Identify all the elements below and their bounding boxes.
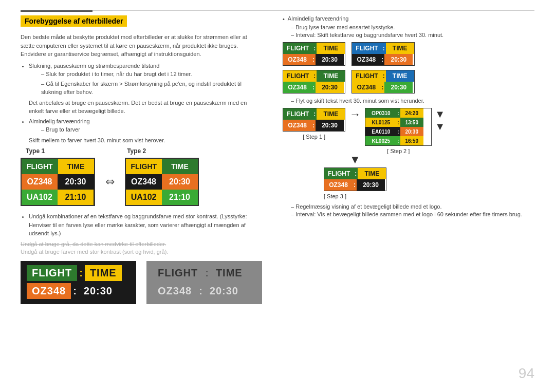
bottom-board-1: FLIGHT : TIME OZ348 : 20:30 [21,261,136,304]
step1-board: FLIGHT : TIME OZ348 : 20:30 [283,108,345,132]
top-rule-line [21,10,534,11]
step2-sep2: : [396,118,400,127]
step3-label: [ Step 3 ] [324,193,346,199]
step3-d-time: 20:30 [357,179,385,191]
bottom-board-2-data: OZ348 : 20:30 [153,283,256,299]
step2-2030: 20:30 [400,127,423,136]
sb-yg-h-flight: FLIGHT [283,70,312,82]
step3-header: FLIGHT : TIME [324,168,386,179]
step3-d-oz: OZ348 [324,179,353,191]
sb-yellow-green: FLIGHT : TIME OZ348 : 20:30 [283,70,345,94]
section-heading: Forebyggelse af efterbilleder [21,15,127,27]
sb-by-header: FLIGHT : TIME [352,43,414,54]
sb-gy-data: OZ348 : 20:30 [283,54,345,65]
sb-yg-d-oz: OZ348 [283,82,311,93]
bottom-board-1-data: OZ348 : 20:30 [27,283,130,299]
sb-yg-header: FLIGHT : TIME [283,70,345,82]
bottom-board-2-sep-h: : [203,265,211,281]
step3-d-sep: : [353,179,357,191]
step1-d-oz: OZ348 [283,120,311,131]
type2-header-time: TIME [162,159,198,174]
sb-yg-h-time: TIME [317,70,345,82]
type2-2030: 20:30 [162,174,198,190]
step1-h-time: TIME [317,108,345,120]
sb-yb-h-sep: : [382,70,386,82]
extra-text-2: Skift mellem to farver hvert 30. minut s… [29,137,165,143]
sb-by-h-flight: FLIGHT [352,43,381,54]
left-column: Forebyggelse af efterbilleder Den bedste… [21,15,278,377]
bottom-board-2-sep-d: : [197,283,205,299]
sb-yg-d-sep: : [311,82,316,93]
step3-h-time: TIME [358,168,386,179]
type2-header-flight: FLIGHT [126,159,162,174]
sb-by-d-sep: : [380,54,384,65]
step2-row1: OP0310 : 24:20 [365,108,431,118]
sb-by-h-sep: : [382,43,386,54]
type-labels: Type 1 Type 2 [26,147,262,155]
sb-yb-header: FLIGHT : TIME [352,70,414,82]
bottom-board-2-oz348: OZ348 [153,283,197,299]
dash-item-3: Brug to farver [41,125,262,134]
type1-ua102: UA102 [22,190,58,205]
sb-gy-h-sep: : [312,43,317,54]
step2-label: [ Step 2 ] [387,148,410,154]
type1-header-flight: FLIGHT [22,159,58,174]
step1-h-flight: FLIGHT [283,108,312,120]
sb-gy-h-flight: FLIGHT [283,43,312,54]
sb-yellow-blue: FLIGHT : TIME OZ348 : 20:30 [351,70,414,94]
sb-gy-header: FLIGHT : TIME [283,43,345,54]
sb-yb-data: OZ348 : 20:30 [352,82,414,93]
bullet-item-2: Almindelig farveændring Brug to farver S… [29,117,262,145]
step2-sep1: : [396,108,400,118]
type1-2030: 20:30 [58,174,94,190]
step2-1650: 16:50 [400,136,423,145]
type2-2110: 21:10 [162,190,198,205]
boards-row-1: FLIGHT : TIME OZ348 : 20:30 FLIGHT : TIM… [283,42,534,66]
sb-yg-data: OZ348 : 20:30 [283,82,345,93]
step3-h-flight: FLIGHT [324,168,354,179]
bottom-board-1-header: FLIGHT : TIME [27,265,130,281]
warning-item: Undgå kombinationer af en tekstfarve og … [29,212,262,238]
step2-sep3: : [396,127,400,136]
step1-d-sep: : [311,120,316,131]
bullet-item-1: Slukning, pauseskærm og strømbesparende … [29,62,262,116]
type1-2110: 21:10 [58,190,94,205]
step2-ea0110: EA0110 [365,127,396,136]
bottom-board-1-inner: FLIGHT : TIME OZ348 : 20:30 [21,261,136,304]
step2-row3: EA0110 : 20:30 [365,127,431,136]
sb-by-h-time: TIME [386,43,414,54]
boards-row-2: FLIGHT : TIME OZ348 : 20:30 FLIGHT : TIM… [283,70,534,94]
bullet-list-1: Slukning, pauseskærm og strømbesparende … [29,62,262,145]
bottom-board-1-sep-h: : [77,265,85,281]
type2-flight-board: FLIGHT TIME OZ348 20:30 UA102 21:10 [125,158,199,206]
type1-flight-board: FLIGHT TIME OZ348 20:30 UA102 21:10 [21,158,95,206]
dash-list-1: Sluk for produktet i to timer, når du ha… [41,70,262,97]
right-dash-4: Regelmæssig visning af et bevægeligt bil… [291,203,534,210]
type1-header-row: FLIGHT TIME [22,159,94,174]
type2-ua102: UA102 [126,190,162,205]
step3-data: OZ348 : 20:30 [324,179,386,191]
sb-yg-d-time: 20:30 [316,82,344,93]
bottom-board-2-header-flight: FLIGHT [153,265,203,281]
right-bullet-1: • Almindelig farveændring [283,15,534,22]
right-dash-3: Flyt og skift tekst hvert 30. minut som … [291,98,534,104]
step1-col: FLIGHT : TIME OZ348 : 20:30 [ Step 1 ] [283,108,345,140]
top-rule-accent [21,10,92,12]
step1-header: FLIGHT : TIME [283,108,345,120]
right-dash-2: Interval: Skift tekstfarve og baggrundsf… [291,32,534,38]
arrow-down-step3-icon: ▼ [349,153,534,166]
swap-arrow-icon: ⇔ [105,175,115,189]
bottom-board-2-header-time: TIME [211,265,248,281]
step2-row4: KL0025 : 16:50 [365,136,431,145]
step3-h-sep: : [354,168,358,179]
warning-list: Undgå kombinationer af en tekstfarve og … [29,212,262,238]
step2-2420: 24:20 [400,108,423,118]
bottom-board-2-2030: 20:30 [205,283,244,299]
bottom-board-1-sep-d: : [71,283,79,299]
intro-text: Den bedste måde at beskytte produktet mo… [21,33,262,59]
sb-yb-d-sep: : [380,82,384,93]
type1-label: Type 1 [26,147,45,155]
type2-data-row2: UA102 21:10 [126,190,198,205]
step2-row2: KL0125 : 13:50 [365,118,431,127]
sb-yb-h-flight: FLIGHT [352,70,381,82]
